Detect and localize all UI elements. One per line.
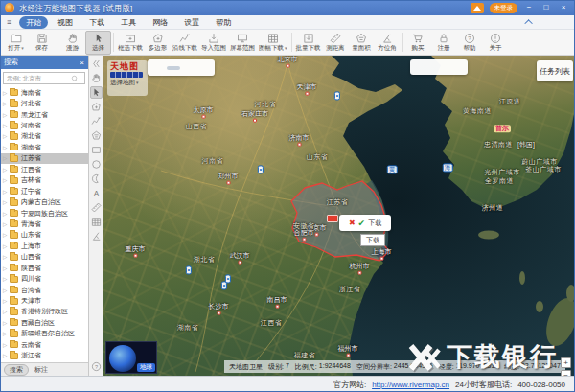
sidebar-item-province[interactable]: ▷ 江苏省 xyxy=(0,153,88,164)
measure-ruler-icon[interactable] xyxy=(90,201,103,214)
tree-expand-icon[interactable]: ▷ xyxy=(3,112,9,118)
sidebar-item-province[interactable]: ▷ 天津市 xyxy=(0,295,88,306)
search-input[interactable] xyxy=(4,75,71,81)
overlay-toggle[interactable] xyxy=(445,65,454,69)
tree-expand-icon[interactable]: ▷ xyxy=(3,90,9,96)
tree-expand-icon[interactable]: ▷ xyxy=(3,331,9,336)
polyline-icon[interactable] xyxy=(90,115,103,127)
menu-item-tools[interactable]: 工具 xyxy=(114,16,143,29)
tree-expand-icon[interactable]: ▷ xyxy=(3,276,9,282)
area-shape-icon[interactable] xyxy=(90,129,103,142)
sidebar-item-province[interactable]: ▷ 新疆维吾尔自治区 xyxy=(0,329,88,339)
tree-expand-icon[interactable]: ▷ xyxy=(3,199,9,205)
overlay-toggle[interactable] xyxy=(455,65,465,69)
overlay-toggle[interactable] xyxy=(424,65,433,69)
sidebar-item-province[interactable]: ▷ 陕西省 xyxy=(0,263,88,273)
help-button[interactable]: 帮助 xyxy=(457,31,483,55)
layer-tab[interactable] xyxy=(167,66,180,70)
tree-expand-icon[interactable]: ▷ xyxy=(3,221,9,227)
tree-expand-icon[interactable]: ▷ xyxy=(3,101,9,106)
sidebar-item-province[interactable]: ▷ 台湾省 xyxy=(0,285,88,295)
circle-icon[interactable] xyxy=(90,158,103,171)
confirm-icon[interactable]: ✔ xyxy=(358,219,366,228)
map-viewport[interactable]: 北京市 天津市 太原市 石家庄市 济南市 郑州市 南京市 合肥市 xyxy=(104,56,575,376)
collapse-ribbon-icon[interactable] xyxy=(524,19,532,27)
text-annotation-icon[interactable] xyxy=(90,187,103,199)
layer-tab[interactable] xyxy=(182,66,196,70)
map-sheet-icon[interactable] xyxy=(90,216,103,228)
sidebar-item-province[interactable]: ▷ 云南省 xyxy=(0,339,88,350)
rectangle-icon[interactable] xyxy=(90,144,103,156)
sidebar-item-province[interactable]: ▷ 浙江省 xyxy=(0,351,88,361)
tree-expand-icon[interactable]: ▷ xyxy=(3,254,9,260)
map-provider-panel[interactable]: 天地图 选择地图 xyxy=(107,60,148,96)
overlay-toggle[interactable] xyxy=(434,65,444,69)
arc-icon[interactable] xyxy=(90,173,103,185)
measure-distance-button[interactable]: 测距离 xyxy=(323,31,349,55)
layer-tab[interactable] xyxy=(151,66,165,70)
tree-expand-icon[interactable]: ▷ xyxy=(3,167,9,173)
tab-search[interactable]: 搜索 xyxy=(4,364,29,376)
azimuth-icon[interactable] xyxy=(90,230,103,242)
measure-area-button[interactable]: 量面积 xyxy=(349,31,375,55)
sidebar-item-province[interactable]: ▷ 西藏自治区 xyxy=(0,317,88,328)
menu-item-network[interactable]: 网络 xyxy=(146,16,174,29)
tree-expand-icon[interactable]: ▷ xyxy=(3,298,9,304)
sidebar-item-province[interactable]: ▷ 吉林省 xyxy=(0,175,88,186)
tree-expand-icon[interactable]: ▷ xyxy=(3,243,9,249)
sidebar-item-province[interactable]: ▷ 江西省 xyxy=(0,164,88,174)
layer-tab[interactable] xyxy=(197,66,211,70)
site-link[interactable]: http://www.rivermap.cn xyxy=(372,380,449,389)
tree-expand-icon[interactable]: ▷ xyxy=(3,342,9,348)
tree-expand-icon[interactable]: ▷ xyxy=(3,309,9,314)
tree-expand-icon[interactable]: ▷ xyxy=(3,320,9,326)
buy-button[interactable]: 购买 xyxy=(405,31,431,55)
task-list-button[interactable]: 任务列表 xyxy=(537,60,573,81)
collapse-panel-icon[interactable] xyxy=(90,58,103,70)
tree-expand-icon[interactable]: ▷ xyxy=(3,189,9,195)
overview-globe[interactable]: 地球 xyxy=(105,341,157,374)
select-button[interactable]: 选择 xyxy=(85,31,111,55)
tree-expand-icon[interactable]: ▷ xyxy=(3,265,9,271)
sidebar-item-province[interactable]: ▷ 湖北省 xyxy=(0,131,88,142)
search-box[interactable] xyxy=(3,72,85,84)
line-download-button[interactable]: 沿线下载 xyxy=(171,31,199,55)
sidebar-item-province[interactable]: ▷ 青海省 xyxy=(0,219,88,229)
cancel-icon[interactable]: ✖ xyxy=(349,219,356,227)
hamburger-menu-icon[interactable]: ≡ xyxy=(7,18,12,27)
tree-expand-icon[interactable]: ▷ xyxy=(3,145,9,150)
help-icon[interactable] xyxy=(90,360,103,373)
screen-range-button[interactable]: 屏幕范围 xyxy=(228,31,257,55)
sidebar-item-province[interactable]: ▷ 上海市 xyxy=(0,241,88,251)
maximize-button[interactable]: □ xyxy=(540,3,552,12)
minimize-button[interactable]: − xyxy=(523,3,535,12)
tree-expand-icon[interactable]: ▷ xyxy=(3,155,9,161)
close-button[interactable]: × xyxy=(558,3,569,12)
download-popup-label[interactable]: 下载 xyxy=(368,219,381,228)
tree-expand-icon[interactable]: ▷ xyxy=(3,232,9,238)
sidebar-item-province[interactable]: ▷ 辽宁省 xyxy=(0,186,88,196)
menu-item-help[interactable]: 帮助 xyxy=(209,16,238,29)
login-status-badge[interactable]: 未登录 xyxy=(490,3,518,13)
menu-item-download[interactable]: 下载 xyxy=(82,16,111,29)
register-button[interactable]: 注册 xyxy=(431,31,457,55)
menu-item-settings[interactable]: 设置 xyxy=(177,16,206,29)
tree-expand-icon[interactable]: ▷ xyxy=(3,177,9,183)
panel-close-icon[interactable]: × xyxy=(80,58,84,67)
rect-download-button[interactable]: 框选下载 xyxy=(116,31,145,55)
sidebar-item-province[interactable]: ▷ 山东省 xyxy=(0,230,88,241)
tree-expand-icon[interactable]: ▷ xyxy=(3,353,9,358)
overlay-toggle[interactable] xyxy=(413,65,423,69)
tree-expand-icon[interactable]: ▷ xyxy=(3,211,9,217)
sidebar-item-province[interactable]: ▷ 黑龙江省 xyxy=(0,109,88,120)
polygon-icon[interactable] xyxy=(90,101,103,113)
open-button[interactable]: 打开 xyxy=(3,31,29,55)
pan-hand-icon[interactable] xyxy=(90,72,103,84)
tree-expand-icon[interactable]: ▷ xyxy=(3,133,9,139)
sidebar-item-province[interactable]: ▷ 海南省 xyxy=(0,87,88,98)
sidebar-item-province[interactable]: ▷ 四川省 xyxy=(0,273,88,284)
batch-download-button[interactable]: 批量下载 xyxy=(294,31,323,55)
polygon-download-button[interactable]: 多边形 xyxy=(145,31,171,55)
menu-item-start[interactable]: 开始 xyxy=(19,16,48,29)
sidebar-item-province[interactable]: ▷ 湖南省 xyxy=(0,142,88,152)
